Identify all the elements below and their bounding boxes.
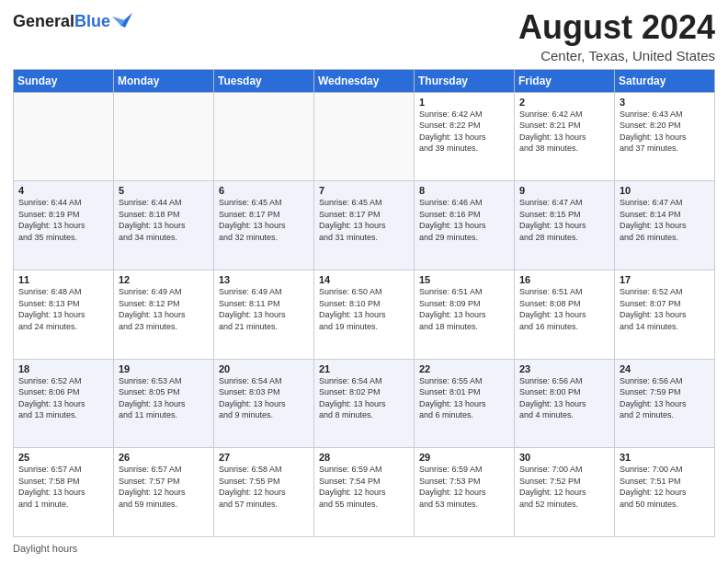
page-header: GeneralBlue August 2024 Center, Texas, U… bbox=[13, 9, 715, 63]
calendar-cell-3-7: 17Sunrise: 6:52 AMSunset: 8:07 PMDayligh… bbox=[615, 270, 715, 359]
day-info: Sunrise: 6:49 AMSunset: 8:11 PMDaylight:… bbox=[219, 286, 309, 332]
calendar-cell-2-1: 4Sunrise: 6:44 AMSunset: 8:19 PMDaylight… bbox=[14, 181, 114, 270]
logo: GeneralBlue bbox=[13, 13, 132, 31]
day-number: 22 bbox=[419, 363, 509, 374]
calendar-header-thursday: Thursday bbox=[415, 69, 515, 92]
day-info: Sunrise: 6:50 AMSunset: 8:10 PMDaylight:… bbox=[319, 286, 409, 332]
day-number: 31 bbox=[620, 452, 710, 463]
calendar-cell-4-5: 22Sunrise: 6:55 AMSunset: 8:01 PMDayligh… bbox=[415, 359, 515, 448]
calendar-cell-3-5: 15Sunrise: 6:51 AMSunset: 8:09 PMDayligh… bbox=[415, 270, 515, 359]
day-info: Sunrise: 6:59 AMSunset: 7:54 PMDaylight:… bbox=[319, 464, 409, 510]
main-title: August 2024 bbox=[518, 9, 715, 46]
day-number: 7 bbox=[319, 185, 409, 196]
calendar-cell-2-5: 8Sunrise: 6:46 AMSunset: 8:16 PMDaylight… bbox=[415, 181, 515, 270]
calendar-cell-4-3: 20Sunrise: 6:54 AMSunset: 8:03 PMDayligh… bbox=[214, 359, 314, 448]
day-number: 13 bbox=[219, 274, 309, 285]
day-info: Sunrise: 6:47 AMSunset: 8:15 PMDaylight:… bbox=[519, 197, 609, 243]
day-info: Sunrise: 6:57 AMSunset: 7:57 PMDaylight:… bbox=[119, 464, 209, 510]
day-info: Sunrise: 6:54 AMSunset: 8:02 PMDaylight:… bbox=[319, 375, 409, 421]
day-info: Sunrise: 6:57 AMSunset: 7:58 PMDaylight:… bbox=[18, 464, 108, 510]
day-number: 30 bbox=[519, 452, 609, 463]
calendar-cell-4-6: 23Sunrise: 6:56 AMSunset: 8:00 PMDayligh… bbox=[515, 359, 615, 448]
calendar-cell-4-1: 18Sunrise: 6:52 AMSunset: 8:06 PMDayligh… bbox=[14, 359, 114, 448]
calendar-cell-2-2: 5Sunrise: 6:44 AMSunset: 8:18 PMDaylight… bbox=[114, 181, 214, 270]
day-number: 6 bbox=[219, 185, 309, 196]
day-number: 23 bbox=[519, 363, 609, 374]
calendar-cell-5-3: 27Sunrise: 6:58 AMSunset: 7:55 PMDayligh… bbox=[214, 448, 314, 537]
day-number: 2 bbox=[519, 97, 609, 108]
calendar-cell-5-4: 28Sunrise: 6:59 AMSunset: 7:54 PMDayligh… bbox=[314, 448, 415, 537]
day-number: 21 bbox=[319, 363, 409, 374]
day-info: Sunrise: 6:47 AMSunset: 8:14 PMDaylight:… bbox=[620, 197, 710, 243]
day-number: 24 bbox=[620, 363, 710, 374]
day-info: Sunrise: 6:42 AMSunset: 8:21 PMDaylight:… bbox=[519, 109, 609, 155]
title-area: August 2024 Center, Texas, United States bbox=[518, 9, 715, 63]
calendar-cell-2-3: 6Sunrise: 6:45 AMSunset: 8:17 PMDaylight… bbox=[214, 181, 314, 270]
day-number: 1 bbox=[419, 97, 509, 108]
day-number: 4 bbox=[18, 185, 108, 196]
calendar-header-saturday: Saturday bbox=[615, 69, 715, 92]
day-info: Sunrise: 6:55 AMSunset: 8:01 PMDaylight:… bbox=[419, 375, 509, 421]
calendar-cell-2-4: 7Sunrise: 6:45 AMSunset: 8:17 PMDaylight… bbox=[314, 181, 415, 270]
calendar-header-friday: Friday bbox=[515, 69, 615, 92]
calendar-week-1: 1Sunrise: 6:42 AMSunset: 8:22 PMDaylight… bbox=[14, 92, 715, 181]
calendar-cell-2-7: 10Sunrise: 6:47 AMSunset: 8:14 PMDayligh… bbox=[615, 181, 715, 270]
day-info: Sunrise: 6:56 AMSunset: 7:59 PMDaylight:… bbox=[620, 375, 710, 421]
day-info: Sunrise: 7:00 AMSunset: 7:51 PMDaylight:… bbox=[620, 464, 710, 510]
calendar-cell-5-5: 29Sunrise: 6:59 AMSunset: 7:53 PMDayligh… bbox=[415, 448, 515, 537]
day-info: Sunrise: 6:54 AMSunset: 8:03 PMDaylight:… bbox=[219, 375, 309, 421]
day-number: 29 bbox=[419, 452, 509, 463]
day-number: 9 bbox=[519, 185, 609, 196]
day-number: 3 bbox=[620, 97, 710, 108]
calendar-header-tuesday: Tuesday bbox=[214, 69, 314, 92]
calendar-cell-1-5: 1Sunrise: 6:42 AMSunset: 8:22 PMDaylight… bbox=[415, 92, 515, 181]
calendar-cell-4-2: 19Sunrise: 6:53 AMSunset: 8:05 PMDayligh… bbox=[114, 359, 214, 448]
day-number: 15 bbox=[419, 274, 509, 285]
day-info: Sunrise: 6:49 AMSunset: 8:12 PMDaylight:… bbox=[119, 286, 209, 332]
calendar-cell-1-6: 2Sunrise: 6:42 AMSunset: 8:21 PMDaylight… bbox=[515, 92, 615, 181]
day-number: 19 bbox=[119, 363, 209, 374]
calendar-cell-4-4: 21Sunrise: 6:54 AMSunset: 8:02 PMDayligh… bbox=[314, 359, 415, 448]
logo-text: GeneralBlue bbox=[13, 13, 110, 31]
calendar-header-monday: Monday bbox=[114, 69, 214, 92]
calendar-cell-5-2: 26Sunrise: 6:57 AMSunset: 7:57 PMDayligh… bbox=[114, 448, 214, 537]
day-info: Sunrise: 6:58 AMSunset: 7:55 PMDaylight:… bbox=[219, 464, 309, 510]
day-number: 14 bbox=[319, 274, 409, 285]
day-info: Sunrise: 6:43 AMSunset: 8:20 PMDaylight:… bbox=[620, 109, 710, 155]
day-number: 17 bbox=[620, 274, 710, 285]
day-info: Sunrise: 6:53 AMSunset: 8:05 PMDaylight:… bbox=[119, 375, 209, 421]
day-number: 11 bbox=[18, 274, 108, 285]
calendar-cell-3-4: 14Sunrise: 6:50 AMSunset: 8:10 PMDayligh… bbox=[314, 270, 415, 359]
day-info: Sunrise: 6:42 AMSunset: 8:22 PMDaylight:… bbox=[419, 109, 509, 155]
calendar-week-2: 4Sunrise: 6:44 AMSunset: 8:19 PMDaylight… bbox=[14, 181, 715, 270]
calendar-header-sunday: Sunday bbox=[14, 69, 114, 92]
day-info: Sunrise: 7:00 AMSunset: 7:52 PMDaylight:… bbox=[519, 464, 609, 510]
day-number: 8 bbox=[419, 185, 509, 196]
logo-bird-icon bbox=[112, 11, 132, 29]
calendar-cell-2-6: 9Sunrise: 6:47 AMSunset: 8:15 PMDaylight… bbox=[515, 181, 615, 270]
calendar-cell-1-1 bbox=[14, 92, 114, 181]
day-info: Sunrise: 6:45 AMSunset: 8:17 PMDaylight:… bbox=[319, 197, 409, 243]
day-number: 16 bbox=[519, 274, 609, 285]
calendar-week-4: 18Sunrise: 6:52 AMSunset: 8:06 PMDayligh… bbox=[14, 359, 715, 448]
day-info: Sunrise: 6:56 AMSunset: 8:00 PMDaylight:… bbox=[519, 375, 609, 421]
calendar-cell-3-2: 12Sunrise: 6:49 AMSunset: 8:12 PMDayligh… bbox=[114, 270, 214, 359]
day-number: 12 bbox=[119, 274, 209, 285]
day-number: 27 bbox=[219, 452, 309, 463]
calendar-cell-5-7: 31Sunrise: 7:00 AMSunset: 7:51 PMDayligh… bbox=[615, 448, 715, 537]
day-number: 10 bbox=[620, 185, 710, 196]
day-number: 25 bbox=[18, 452, 108, 463]
day-number: 5 bbox=[119, 185, 209, 196]
day-info: Sunrise: 6:44 AMSunset: 8:19 PMDaylight:… bbox=[18, 197, 108, 243]
calendar-cell-1-4 bbox=[314, 92, 415, 181]
calendar-cell-1-7: 3Sunrise: 6:43 AMSunset: 8:20 PMDaylight… bbox=[615, 92, 715, 181]
day-info: Sunrise: 6:48 AMSunset: 8:13 PMDaylight:… bbox=[18, 286, 108, 332]
day-number: 28 bbox=[319, 452, 409, 463]
day-info: Sunrise: 6:52 AMSunset: 8:06 PMDaylight:… bbox=[18, 375, 108, 421]
calendar-header-row: SundayMondayTuesdayWednesdayThursdayFrid… bbox=[14, 69, 715, 92]
day-info: Sunrise: 6:51 AMSunset: 8:09 PMDaylight:… bbox=[419, 286, 509, 332]
calendar-cell-5-1: 25Sunrise: 6:57 AMSunset: 7:58 PMDayligh… bbox=[14, 448, 114, 537]
calendar-cell-3-3: 13Sunrise: 6:49 AMSunset: 8:11 PMDayligh… bbox=[214, 270, 314, 359]
day-info: Sunrise: 6:52 AMSunset: 8:07 PMDaylight:… bbox=[620, 286, 710, 332]
calendar-cell-4-7: 24Sunrise: 6:56 AMSunset: 7:59 PMDayligh… bbox=[615, 359, 715, 448]
